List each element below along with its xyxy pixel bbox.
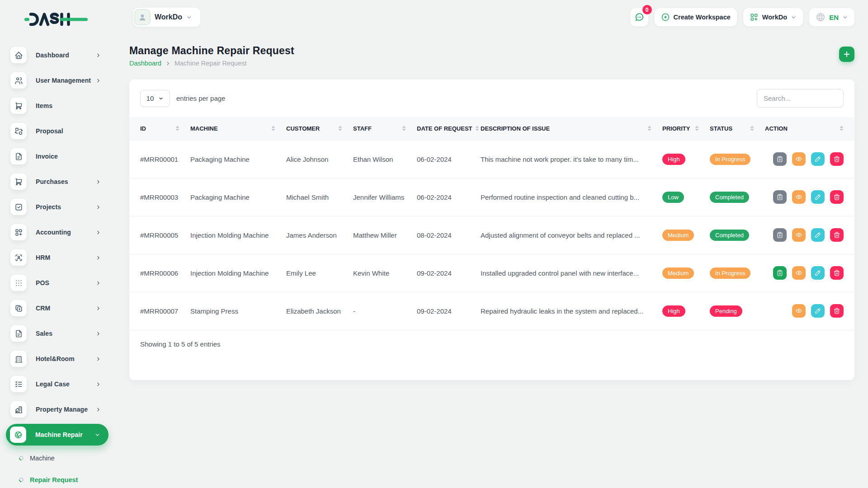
delete-button[interactable] (830, 190, 844, 204)
column-header-staff[interactable]: STAFF (348, 117, 411, 140)
status-badge: Completed (710, 230, 749, 241)
sidebar-item-property-manage[interactable]: Property Manage (0, 397, 116, 422)
aperture-icon (10, 427, 26, 443)
details-button[interactable] (773, 152, 787, 166)
priority-badge: Medium (662, 230, 694, 241)
delete-button[interactable] (830, 266, 844, 280)
column-header-description-of-issue[interactable]: DESCRIPTION OF ISSUE (475, 117, 657, 140)
sidebar-item-user-management[interactable]: User Management (0, 68, 116, 93)
sidebar-item-label: POS (36, 279, 49, 286)
table-card: 10 entries per page IDMACHINECUSTOMERSTA… (129, 80, 854, 380)
messages-button[interactable]: 0 (630, 8, 648, 26)
sidebar-item-items[interactable]: Items (0, 93, 116, 118)
sort-icon[interactable] (840, 126, 844, 131)
chevron-right-icon (95, 305, 101, 311)
chevron-down-icon (94, 432, 100, 438)
sort-icon[interactable] (750, 126, 754, 131)
grid-plus-icon (750, 13, 759, 22)
create-workspace-button[interactable]: Create Workspace (655, 8, 737, 26)
details-button[interactable] (773, 228, 787, 242)
sidebar-subitem-repair-request[interactable]: Repair Request (0, 469, 116, 488)
sidebar-item-invoice[interactable]: Invoice (0, 144, 116, 169)
sidebar-item-legal-case[interactable]: Legal Case (0, 371, 116, 397)
sort-icon[interactable] (175, 126, 179, 131)
details-button[interactable] (773, 190, 787, 204)
sidebar-subitem-label: Machine (30, 455, 55, 462)
sidebar-item-label: Hotel&Room (36, 355, 75, 362)
sidebar-item-projects[interactable]: Projects (0, 194, 116, 220)
brand-logo[interactable] (0, 5, 116, 33)
sidebar-subitem-machine[interactable]: Machine (0, 447, 116, 469)
column-header-id[interactable]: ID (129, 117, 185, 140)
file-icon (10, 148, 27, 164)
chevron-right-icon (95, 179, 101, 185)
sidebar-item-crm[interactable]: CRM (0, 296, 116, 321)
edit-button[interactable] (811, 304, 825, 318)
workspace-selector[interactable]: WorkDo (133, 8, 200, 27)
sidebar-item-label: Invoice (36, 153, 58, 160)
language-selector[interactable]: EN (809, 8, 854, 26)
sidebar-item-label: Projects (36, 203, 61, 211)
chevron-right-icon (95, 230, 101, 235)
sidebar-item-sales[interactable]: Sales (0, 321, 116, 346)
sidebar-item-pos[interactable]: POS (0, 270, 116, 296)
table-row: #MRR00003Packaging MachineMichael SmithJ… (129, 178, 854, 216)
view-button[interactable] (792, 152, 806, 166)
edit-button[interactable] (811, 228, 825, 242)
building-home-icon (10, 401, 27, 418)
sidebar-item-machine-repair[interactable]: Machine Repair (6, 424, 108, 446)
view-button[interactable] (792, 190, 806, 204)
view-button[interactable] (792, 266, 806, 280)
sort-icon[interactable] (402, 126, 406, 131)
create-workspace-label: Create Workspace (674, 14, 731, 21)
sidebar-item-accounting[interactable]: Accounting (0, 220, 116, 245)
sidebar-item-proposal[interactable]: Proposal (0, 118, 116, 144)
sort-icon[interactable] (647, 126, 651, 131)
users-icon (10, 72, 27, 89)
entries-control: 10 entries per page (140, 90, 225, 107)
workspace-switcher[interactable]: WorkDo (743, 8, 803, 26)
edit-button[interactable] (811, 190, 825, 204)
cell-customer: James Anderson (281, 216, 348, 254)
bullet-icon (18, 477, 24, 483)
cell-customer: Emily Lee (281, 254, 348, 292)
sort-icon[interactable] (271, 126, 275, 131)
column-header-status[interactable]: STATUS (704, 117, 760, 140)
breadcrumb-dashboard-link[interactable]: Dashboard (129, 60, 161, 67)
column-header-priority[interactable]: PRIORITY (657, 117, 704, 140)
repair-requests-table: IDMACHINECUSTOMERSTAFFDATE OF REQUESTDES… (129, 117, 854, 330)
view-button[interactable] (792, 304, 806, 318)
person-icon (137, 12, 147, 22)
column-header-action[interactable]: ACTION (760, 117, 854, 140)
delete-button[interactable] (830, 304, 844, 318)
column-header-machine[interactable]: MACHINE (185, 117, 281, 140)
details-button[interactable] (773, 266, 787, 280)
page-header: Manage Machine Repair Request Dashboard … (129, 45, 854, 67)
table-header: IDMACHINECUSTOMERSTAFFDATE OF REQUESTDES… (129, 117, 854, 140)
breadcrumb-current: Machine Repair Request (175, 60, 247, 67)
edit-button[interactable] (811, 152, 825, 166)
dots-grid-icon (10, 275, 27, 291)
cell-customer: Alice Johnson (281, 140, 348, 178)
edit-button[interactable] (811, 266, 825, 280)
sidebar-item-dashboard[interactable]: Dashboard (0, 42, 116, 68)
sidebar-item-hotel-room[interactable]: Hotel&Room (0, 346, 116, 371)
sidebar-item-purchases[interactable]: Purchases (0, 169, 116, 194)
delete-button[interactable] (830, 228, 844, 242)
column-header-customer[interactable]: CUSTOMER (281, 117, 348, 140)
sort-icon[interactable] (338, 126, 342, 131)
entries-per-page-select[interactable]: 10 (140, 90, 170, 107)
cell-actions (760, 292, 854, 330)
sort-icon[interactable] (695, 126, 699, 131)
delete-button[interactable] (830, 152, 844, 166)
sidebar-subitem-label: Repair Request (30, 476, 78, 483)
search-input[interactable] (757, 89, 844, 108)
table-body: #MRR00001Packaging MachineAlice JohnsonE… (129, 140, 854, 330)
sidebar-item-hrm[interactable]: HRM (0, 245, 116, 270)
column-header-date-of-request[interactable]: DATE OF REQUEST (411, 117, 475, 140)
view-button[interactable] (792, 228, 806, 242)
sort-icon[interactable] (475, 126, 479, 131)
chevron-right-icon (165, 61, 170, 66)
add-request-button[interactable] (839, 47, 854, 62)
chevron-down-icon (842, 14, 848, 20)
